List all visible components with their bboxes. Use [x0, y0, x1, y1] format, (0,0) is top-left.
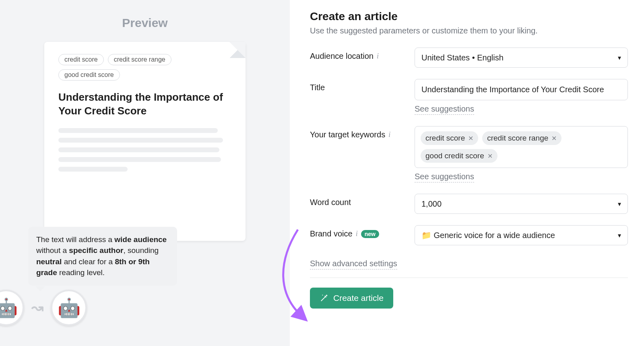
remove-chip-icon[interactable]: ✕ — [468, 135, 473, 142]
title-see-suggestions-link[interactable]: See suggestions — [415, 104, 474, 115]
word-count-select[interactable]: 1,000 ▾ — [415, 194, 628, 214]
brand-voice-select[interactable]: 📁 Generic voice for a wide audience ▾ — [415, 225, 628, 245]
label-text: Brand voice — [310, 229, 353, 238]
preview-tag: credit score range — [108, 54, 171, 65]
preview-panel: Preview credit score credit score range … — [0, 0, 290, 346]
chevron-down-icon: ▾ — [618, 54, 621, 62]
title-label: Title — [310, 79, 415, 92]
transform-arrow-icon: ↝ — [31, 299, 43, 316]
chip-label: credit score range — [487, 134, 548, 143]
keyword-chip: credit score ✕ — [421, 131, 478, 145]
keywords-input[interactable]: credit score ✕ credit score range ✕ good… — [415, 126, 628, 168]
label-text: Your target keywords — [310, 130, 385, 139]
input-value: Understanding the Importance of Your Cre… — [421, 84, 604, 95]
preview-speech-bubble: The text will address a wide audience wi… — [28, 227, 177, 286]
row-keywords: Your target keywords i credit score ✕ cr… — [310, 126, 628, 182]
row-word-count: Word count 1,000 ▾ — [310, 194, 628, 214]
keywords-see-suggestions-link[interactable]: See suggestions — [415, 172, 474, 182]
keywords-label: Your target keywords i — [310, 126, 415, 139]
robot-avatar-to: 🤖 — [51, 290, 87, 326]
folder-icon: 📁 — [421, 231, 431, 240]
create-article-button[interactable]: Create article — [310, 288, 393, 309]
info-icon[interactable]: i — [377, 52, 379, 60]
keyword-chip: credit score range ✕ — [482, 131, 561, 145]
info-icon[interactable]: i — [388, 131, 390, 139]
placeholder-line — [58, 128, 218, 133]
select-text: Generic voice for a wide audience — [434, 231, 555, 240]
speech-text: , sounding — [123, 246, 159, 255]
divider — [310, 278, 628, 278]
placeholder-line — [58, 147, 219, 152]
page-subtitle: Use the suggested parameters or customiz… — [310, 26, 628, 35]
speech-bold: neutral — [36, 257, 62, 266]
row-title: Title Understanding the Importance of Yo… — [310, 79, 628, 115]
title-input[interactable]: Understanding the Importance of Your Cre… — [415, 79, 628, 100]
audience-location-label: Audience location i — [310, 48, 415, 61]
brand-voice-label: Brand voice i new — [310, 225, 415, 238]
audience-location-select[interactable]: United States • English ▾ — [415, 48, 628, 68]
preview-tag-list: credit score credit score range good cre… — [58, 54, 231, 81]
preview-heading: Preview — [122, 16, 167, 30]
magic-wand-icon — [320, 294, 328, 302]
select-value: 📁 Generic voice for a wide audience — [421, 230, 555, 240]
page-fold-corner — [229, 42, 246, 58]
speech-bold: wide audience — [114, 235, 167, 244]
speech-bold: specific author — [69, 246, 123, 255]
chip-label: good credit score — [425, 151, 484, 160]
chevron-down-icon: ▾ — [618, 232, 621, 239]
select-value: United States • English — [421, 53, 504, 62]
chip-label: credit score — [425, 134, 465, 143]
row-audience-location: Audience location i United States • Engl… — [310, 48, 628, 68]
new-badge: new — [361, 230, 379, 238]
speech-text: The text will address a — [36, 235, 114, 244]
chevron-down-icon: ▾ — [618, 200, 621, 208]
row-brand-voice: Brand voice i new 📁 Generic voice for a … — [310, 225, 628, 245]
remove-chip-icon[interactable]: ✕ — [487, 152, 493, 160]
speech-text: and clear for a — [62, 257, 115, 266]
button-label: Create article — [333, 293, 384, 303]
robot-avatar-from: 🤖 — [0, 290, 24, 326]
preview-tag: good credit score — [58, 69, 120, 81]
speech-text: without a — [36, 246, 69, 255]
form-panel: Create an article Use the suggested para… — [290, 0, 644, 346]
label-text: Word count — [310, 198, 351, 207]
preview-document: credit score credit score range good cre… — [44, 42, 246, 241]
label-text: Title — [310, 83, 325, 92]
info-icon[interactable]: i — [356, 230, 358, 238]
page-title: Create an article — [310, 10, 628, 23]
keyword-chip: good credit score ✕ — [421, 149, 497, 163]
placeholder-line — [58, 138, 223, 143]
word-count-label: Word count — [310, 194, 415, 207]
placeholder-line — [58, 167, 128, 172]
remove-chip-icon[interactable]: ✕ — [551, 135, 557, 142]
avatar-row: 🤖 ↝ 🤖 — [0, 290, 87, 326]
preview-doc-title: Understanding the Importance of Your Cre… — [58, 91, 231, 118]
select-value: 1,000 — [421, 199, 442, 209]
preview-tag: credit score — [58, 54, 104, 65]
speech-text: reading level. — [57, 268, 105, 277]
show-advanced-settings-link[interactable]: Show advanced settings — [310, 259, 397, 269]
label-text: Audience location — [310, 52, 374, 61]
placeholder-line — [58, 157, 221, 162]
